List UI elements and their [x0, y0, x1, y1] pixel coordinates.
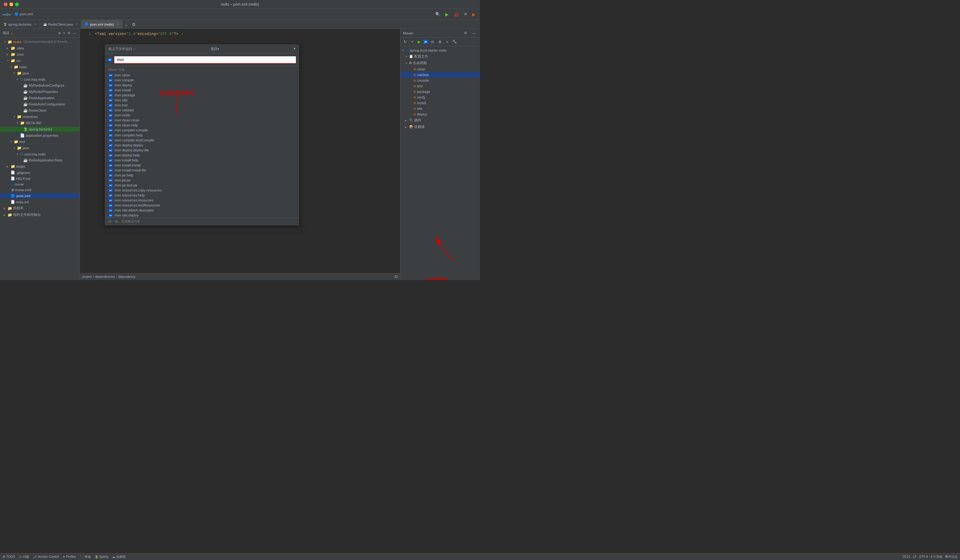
- minimize-button[interactable]: [10, 3, 13, 6]
- dropdown-item-26[interactable]: m mvn resources:testResources: [105, 203, 299, 208]
- run-dialog-project-selector[interactable]: 项目▾: [210, 46, 219, 51]
- sidebar-settings-button[interactable]: ⚙: [67, 31, 71, 35]
- tree-item-redisapp[interactable]: ☕ RedisApplication: [0, 95, 80, 101]
- tree-item-redisapptests[interactable]: ☕ RedisApplicationTests: [0, 157, 80, 163]
- maven-clean[interactable]: ⚙ clean: [400, 66, 480, 72]
- tree-item-mvnw[interactable]: m mvnw: [0, 182, 80, 187]
- run-command-input[interactable]: [114, 56, 296, 64]
- maven-install[interactable]: ⚙ install: [400, 100, 480, 106]
- dropdown-item-21[interactable]: m mvn jar:jar: [105, 178, 299, 183]
- search-button[interactable]: 🔍: [434, 11, 442, 17]
- dropdown-item-28[interactable]: m mvn site:deploy: [105, 213, 299, 218]
- run-button[interactable]: ▶: [443, 11, 451, 18]
- tree-item-extlib[interactable]: ▶ 📁 外部库: [0, 205, 80, 212]
- tab-settings-button[interactable]: ⚙: [130, 21, 138, 27]
- maven-test[interactable]: ⚙ test: [400, 83, 480, 89]
- locate-file-button[interactable]: ⊕: [57, 31, 62, 35]
- tree-item-gitignore[interactable]: 📄 .gitignore: [0, 169, 80, 175]
- dropdown-item-4[interactable]: m mvn package: [105, 93, 299, 97]
- dropdown-item-24[interactable]: m mvn resources:help: [105, 193, 299, 198]
- dropdown-item-1[interactable]: m mvn compile: [105, 78, 299, 83]
- dropdown-item-5[interactable]: m mvn site: [105, 97, 299, 103]
- dropdown-item-17[interactable]: m mvn install:help: [105, 158, 299, 163]
- maven-add-button[interactable]: +: [409, 39, 415, 45]
- tree-item-mvn[interactable]: ▶ 📁 .mvn: [0, 51, 80, 57]
- dropdown-item-19[interactable]: m mvn install:install-file: [105, 168, 299, 173]
- close-button[interactable]: [4, 3, 8, 6]
- maven-settings-button[interactable]: ⚙: [462, 30, 469, 36]
- tree-item-idea[interactable]: ▶ 📁 .idea: [0, 45, 80, 51]
- tab-spring-factories[interactable]: 🍃 spring.factories ✕: [0, 20, 40, 29]
- tree-item-mvnwcmd[interactable]: 🖥 mvnw.cmd: [0, 187, 80, 193]
- tab-close-xml[interactable]: ✕: [117, 22, 119, 26]
- dropdown-item-23[interactable]: m mvn resources:copy-resources: [105, 188, 299, 193]
- tree-item-redisiml[interactable]: 📄 redis.iml: [0, 199, 80, 205]
- maven-run-button[interactable]: ▶: [470, 11, 477, 18]
- maven-refresh-button[interactable]: ↻: [402, 39, 409, 45]
- project-breadcrumb-redis[interactable]: redis: [3, 13, 11, 16]
- maven-execute-button[interactable]: m: [423, 40, 428, 44]
- tree-item-helpmd[interactable]: 📄 HELP.md: [0, 175, 80, 182]
- maven-site[interactable]: ⚙ site: [400, 106, 480, 112]
- tree-item-temp[interactable]: ▶ 📁 临时文件和控制台: [0, 212, 80, 218]
- maven-skip-tests-button[interactable]: ⊘: [429, 39, 436, 45]
- dropdown-item-0[interactable]: m mvn clean: [105, 73, 299, 78]
- dropdown-item-8[interactable]: m mvn verify: [105, 113, 299, 118]
- tree-item-spring-factories[interactable]: 🍃 spring.factories: [0, 126, 80, 132]
- tree-item-pomxml[interactable]: 🔵 pom.xml: [0, 193, 80, 199]
- maven-deploy[interactable]: ⚙ deploy: [400, 112, 480, 117]
- maven-lifecycle-section[interactable]: ▼ ♻ 生命周期: [400, 60, 480, 66]
- dropdown-item-20[interactable]: m mvn jar:help: [105, 173, 299, 178]
- tree-item-redisclient[interactable]: ☕ RedisClient: [0, 107, 80, 113]
- dropdown-item-3[interactable]: m mvn install: [105, 88, 299, 93]
- tree-item-resources[interactable]: ▼ 📁 resources: [0, 113, 80, 120]
- dropdown-item-25[interactable]: m mvn resources:resources: [105, 198, 299, 203]
- tab-pom-xml[interactable]: 🔵 pom.xml (redis) ✕: [82, 20, 122, 29]
- tab-close-java[interactable]: ✕: [75, 22, 78, 26]
- tab-dropdown-button[interactable]: ⌄: [122, 22, 130, 27]
- tree-item-target[interactable]: ▶ 📁 target: [0, 163, 80, 169]
- traffic-lights[interactable]: [4, 3, 19, 6]
- maven-run-lifecycle-button[interactable]: ▶: [416, 39, 422, 45]
- maven-project-root[interactable]: ▼ m spring-boot-starter-redis: [400, 48, 480, 53]
- sidebar-dropdown-icon[interactable]: ⌄: [11, 31, 13, 35]
- breadcrumb-project[interactable]: project: [82, 275, 92, 278]
- tree-item-package-test[interactable]: ▼ ⬡ com.hsq.redis: [0, 151, 80, 157]
- dropdown-item-27[interactable]: m mvn site:attach-descriptor: [105, 208, 299, 213]
- maven-config-section[interactable]: ▼ 📋 配置文件: [400, 53, 480, 60]
- tab-redis-client[interactable]: ☕ RedisClient.java ✕: [40, 20, 82, 29]
- dropdown-item-11[interactable]: m mvn compiler:compile: [105, 128, 299, 132]
- maximize-button[interactable]: [15, 3, 19, 6]
- maven-package[interactable]: ⚙ package: [400, 89, 480, 94]
- maven-show-settings-button[interactable]: ⚙: [437, 39, 444, 45]
- maven-tools-button[interactable]: 🔧: [451, 39, 459, 45]
- tab-close-spring[interactable]: ✕: [34, 22, 37, 26]
- breadcrumb-dependencies[interactable]: dependencies: [95, 275, 115, 278]
- tree-item-appprops[interactable]: 📄 application.properties: [0, 132, 80, 139]
- tree-item-package-main[interactable]: ▼ ⬡ com.hsq.redis: [0, 77, 80, 82]
- tree-item-redisautoconfig[interactable]: ☕ RedisAutoConfiguration: [0, 101, 80, 107]
- maven-plugins-section[interactable]: ▶ 🔌 插件: [400, 117, 480, 124]
- dropdown-item-22[interactable]: m mvn jar:test-jar: [105, 183, 299, 188]
- dropdown-item-14[interactable]: m mvn deploy:deploy: [105, 143, 299, 148]
- tree-item-java-test[interactable]: ▼ 📁 java: [0, 145, 80, 151]
- dropdown-item-16[interactable]: m mvn deploy:help: [105, 153, 299, 158]
- maven-collapse-all-btn[interactable]: ≡: [444, 40, 450, 45]
- project-breadcrumb-pom[interactable]: 🔵 pom.xml: [14, 12, 33, 16]
- sidebar-minimize-button[interactable]: —: [72, 31, 77, 35]
- dropdown-item-18[interactable]: m mvn install:install: [105, 163, 299, 168]
- dropdown-item-2[interactable]: m mvn deploy: [105, 83, 299, 88]
- settings-button[interactable]: ⚙: [462, 11, 469, 17]
- maven-verify[interactable]: ⚙ verify: [400, 94, 480, 100]
- dropdown-item-10[interactable]: m mvn clean:help: [105, 123, 299, 128]
- dropdown-item-9[interactable]: m mvn clean:clean: [105, 118, 299, 123]
- breadcrumb-dependency[interactable]: dependency: [118, 275, 136, 278]
- run-dialog-filter-icon[interactable]: ▾: [294, 46, 296, 51]
- maven-deps-section[interactable]: ▶ 📦 依赖项: [400, 124, 480, 130]
- collapse-all-button[interactable]: ≡: [62, 31, 66, 35]
- dropdown-item-13[interactable]: m mvn compiler:testCompile: [105, 138, 299, 143]
- tree-item-myredisautoconfig[interactable]: ☕ MyRedisAutoConfigura: [0, 82, 80, 89]
- tree-item-metainf[interactable]: ▼ 📁 META-INF: [0, 120, 80, 126]
- maven-minimize-button[interactable]: —: [470, 30, 477, 36]
- tree-item-root[interactable]: ▼ 📁 redis ~/Downloads/idea项目文件/redis: [0, 39, 80, 45]
